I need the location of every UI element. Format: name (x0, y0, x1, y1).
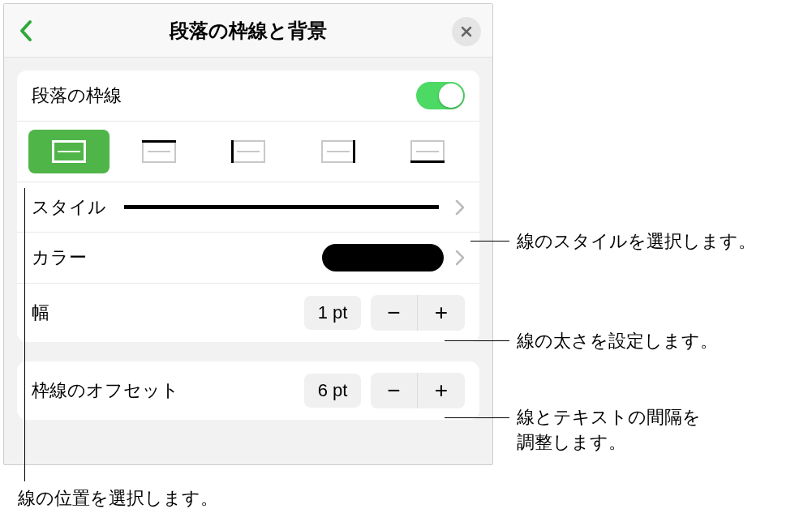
border-left-option[interactable] (208, 130, 289, 173)
panel-header: 段落の枠線と背景 (4, 4, 492, 58)
border-position-row (17, 122, 479, 182)
callout-style: 線のスタイルを選択します。 (517, 229, 756, 254)
offset-section: 枠線のオフセット 6 pt − + (17, 361, 479, 420)
border-all-icon (49, 138, 88, 165)
width-label: 幅 (32, 301, 49, 325)
offset-value: 6 pt (304, 374, 361, 408)
back-button[interactable] (14, 19, 38, 43)
borders-toggle-label: 段落の枠線 (32, 83, 122, 108)
border-right-option[interactable] (298, 130, 379, 173)
offset-increment-button[interactable]: + (418, 373, 465, 408)
style-label: スタイル (32, 195, 106, 220)
chevron-right-icon (455, 199, 465, 216)
callout-line (470, 241, 509, 242)
width-row: 幅 1 pt − + (17, 284, 479, 342)
color-row[interactable]: カラー (17, 233, 479, 284)
borders-section: 段落の枠線 (17, 71, 479, 342)
callout-width: 線の太さを設定します。 (517, 329, 718, 354)
border-all-option[interactable] (28, 130, 110, 173)
callout-offset-line2: 調整します。 (517, 432, 626, 452)
offset-stepper: − + (371, 373, 465, 408)
width-stepper: − + (371, 295, 465, 331)
border-right-icon (319, 138, 358, 165)
border-left-icon (229, 138, 268, 165)
style-row[interactable]: スタイル (17, 182, 479, 233)
close-icon (460, 25, 473, 38)
close-button[interactable] (452, 17, 481, 46)
panel-content: 段落の枠線 (4, 58, 492, 420)
color-label: カラー (32, 246, 87, 270)
line-style-preview (124, 205, 439, 209)
width-stepper-wrap: 1 pt − + (304, 295, 465, 331)
offset-row: 枠線のオフセット 6 pt − + (17, 361, 479, 420)
callout-offset-line1: 線とテキストの間隔を (517, 407, 701, 427)
offset-stepper-wrap: 6 pt − + (304, 373, 465, 408)
callout-line (24, 188, 25, 481)
borders-toggle-row: 段落の枠線 (17, 71, 479, 122)
width-decrement-button[interactable]: − (371, 295, 418, 331)
borders-toggle[interactable] (416, 82, 465, 109)
border-top-icon (140, 138, 178, 165)
color-swatch (322, 244, 444, 271)
width-increment-button[interactable]: + (418, 295, 465, 331)
offset-label: 枠線のオフセット (32, 378, 179, 403)
callout-line (445, 417, 509, 418)
callout-position: 線の位置を選択します。 (18, 486, 218, 511)
border-bottom-option[interactable] (387, 130, 468, 173)
offset-decrement-button[interactable]: − (371, 373, 418, 408)
borders-background-panel: 段落の枠線と背景 段落の枠線 (3, 3, 493, 465)
border-top-option[interactable] (118, 130, 200, 173)
toggle-knob (439, 83, 463, 108)
border-bottom-icon (408, 138, 447, 165)
chevron-right-icon (455, 250, 465, 266)
callout-line (445, 340, 509, 341)
panel-title: 段落の枠線と背景 (170, 18, 327, 44)
back-chevron-icon (19, 19, 33, 42)
width-value: 1 pt (304, 296, 361, 330)
callout-offset: 線とテキストの間隔を 調整します。 (517, 405, 701, 455)
